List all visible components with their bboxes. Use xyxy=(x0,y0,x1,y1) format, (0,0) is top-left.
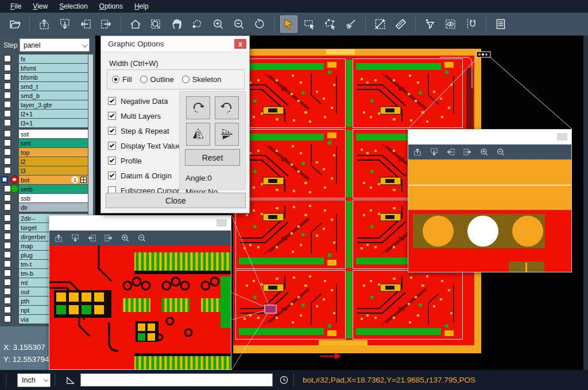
option-checkbox-row[interactable]: Profile xyxy=(108,153,185,168)
dialog-close-button[interactable]: x xyxy=(234,39,246,49)
layer-visibility-checkbox[interactable] xyxy=(4,92,11,99)
select-tool-button[interactable] xyxy=(280,15,297,33)
layer-row[interactable]: smt xyxy=(0,139,88,147)
measure-distance-button[interactable] xyxy=(372,15,389,33)
checkbox[interactable] xyxy=(108,112,116,120)
canvas-vertical-scrollbar[interactable] xyxy=(583,36,588,370)
option-checkbox-row[interactable]: Display Text Value xyxy=(108,138,185,153)
layer-chip[interactable]: bot1 xyxy=(19,176,88,184)
layer-chip[interactable]: bfsmb xyxy=(19,73,88,81)
layer-chip[interactable]: ssb xyxy=(19,194,88,202)
menu-item[interactable]: File xyxy=(5,0,27,13)
layer-chip[interactable]: l2+1 xyxy=(19,110,88,118)
radio-circle[interactable] xyxy=(140,76,148,83)
pan-down-button[interactable] xyxy=(56,15,74,33)
layer-visibility-checkbox[interactable] xyxy=(4,119,11,126)
layer-visibility-checkbox[interactable] xyxy=(4,214,11,221)
window-button[interactable] xyxy=(557,133,567,141)
layer-row[interactable]: l3 xyxy=(0,166,88,175)
step-select[interactable]: panel xyxy=(20,38,90,52)
zoom-in-icon[interactable] xyxy=(479,147,489,157)
layer-row[interactable]: smd_b xyxy=(0,91,88,100)
select-rectangle-button[interactable] xyxy=(301,15,318,33)
menu-item[interactable]: View xyxy=(27,0,53,13)
layer-row[interactable]: smb xyxy=(0,185,88,193)
layer-chip[interactable]: smd_t xyxy=(19,82,88,91)
pan-right-icon[interactable] xyxy=(104,233,113,243)
zoom-in-icon[interactable] xyxy=(121,233,130,243)
menu-item[interactable]: Help xyxy=(129,0,154,13)
window-button[interactable] xyxy=(216,219,227,227)
menu-item[interactable]: Options xyxy=(94,0,129,13)
dialog-titlebar[interactable]: Graphic Options x xyxy=(101,36,249,52)
zoom-out-icon[interactable] xyxy=(496,147,505,157)
fill-mode-radio[interactable]: Outline xyxy=(140,75,174,84)
layer-visibility-checkbox[interactable] xyxy=(4,260,11,267)
layer-row[interactable]: top xyxy=(0,148,88,157)
layer-chip[interactable]: l3+1 xyxy=(19,119,88,127)
history-clock-icon[interactable] xyxy=(278,375,289,385)
zoom-out-button[interactable] xyxy=(230,15,247,33)
pan-up-button[interactable] xyxy=(36,15,53,33)
zoom-polygon-button[interactable] xyxy=(189,15,206,33)
rotate-ccw-button[interactable] xyxy=(215,96,239,119)
layer-visibility-checkbox[interactable] xyxy=(4,251,11,258)
option-checkbox-row[interactable]: Multi Layers xyxy=(108,108,185,123)
layer-row[interactable]: layer_3.gbr xyxy=(0,100,88,109)
layer-visibility-checkbox[interactable] xyxy=(4,55,11,62)
filter-button[interactable] xyxy=(421,15,439,33)
radio-circle[interactable] xyxy=(182,76,189,83)
pan-up-icon[interactable] xyxy=(413,147,422,157)
fill-mode-radio[interactable]: Fill xyxy=(112,75,132,84)
layer-row[interactable]: dir xyxy=(0,203,88,212)
layer-visibility-checkbox[interactable] xyxy=(4,233,11,240)
checkbox[interactable] xyxy=(108,157,116,165)
magnifier-titlebar[interactable] xyxy=(408,130,571,145)
layer-chip[interactable]: bfsmt xyxy=(19,64,88,72)
pan-down-icon[interactable] xyxy=(71,233,80,243)
magnifier-window-left[interactable] xyxy=(49,215,231,370)
layers-panel-button[interactable] xyxy=(492,15,509,33)
magnifier-window-right[interactable] xyxy=(408,129,572,272)
pan-up-icon[interactable] xyxy=(54,233,63,243)
zoom-out-icon[interactable] xyxy=(137,233,146,243)
select-polygon-button[interactable] xyxy=(322,15,339,33)
pan-left-icon[interactable] xyxy=(446,147,455,157)
layer-row[interactable]: fx xyxy=(0,54,88,63)
layer-row[interactable]: bot1 xyxy=(0,176,88,184)
layer-row[interactable]: bfsmt xyxy=(0,64,88,72)
layer-visibility-checkbox[interactable] xyxy=(4,73,11,80)
checkbox[interactable] xyxy=(108,97,116,105)
pan-right-button[interactable] xyxy=(98,15,115,33)
mirror-horizontal-button[interactable] xyxy=(186,123,210,146)
pan-hand-button[interactable] xyxy=(168,15,185,33)
layer-visibility-checkbox[interactable] xyxy=(4,288,11,295)
layer-row[interactable]: smd_t xyxy=(0,82,88,91)
layer-chip[interactable]: smb xyxy=(19,185,88,193)
magnifier-view[interactable] xyxy=(408,159,571,272)
layer-chip[interactable]: smd_b xyxy=(19,91,88,100)
layer-visibility-checkbox[interactable] xyxy=(4,279,11,286)
ruler-button[interactable] xyxy=(392,15,409,33)
zoom-previous-button[interactable] xyxy=(251,15,268,33)
layer-visibility-checkbox[interactable] xyxy=(4,158,11,165)
layer-chip[interactable]: l3 xyxy=(19,166,88,175)
checkbox[interactable] xyxy=(108,127,116,135)
layer-chip[interactable]: sst xyxy=(19,130,88,138)
layer-row[interactable]: l2 xyxy=(0,157,88,166)
open-file-button[interactable] xyxy=(6,15,24,33)
layer-visibility-checkbox[interactable] xyxy=(4,306,11,313)
layer-visibility-checkbox[interactable] xyxy=(4,204,11,210)
view-options-button[interactable] xyxy=(442,15,459,33)
snap-corner-icon[interactable] xyxy=(65,375,76,385)
checkbox[interactable] xyxy=(108,142,116,150)
layer-visibility-checkbox[interactable] xyxy=(4,242,11,249)
layer-chip[interactable]: smt xyxy=(19,139,88,147)
home-view-button[interactable] xyxy=(127,15,144,33)
checkbox[interactable] xyxy=(108,171,116,180)
layer-visibility-checkbox[interactable] xyxy=(4,194,11,201)
option-checkbox-row[interactable]: Step & Repeat xyxy=(108,123,185,138)
layer-visibility-checkbox[interactable] xyxy=(4,64,11,71)
layer-visibility-checkbox[interactable] xyxy=(4,149,11,155)
layer-visibility-checkbox[interactable] xyxy=(4,297,11,304)
